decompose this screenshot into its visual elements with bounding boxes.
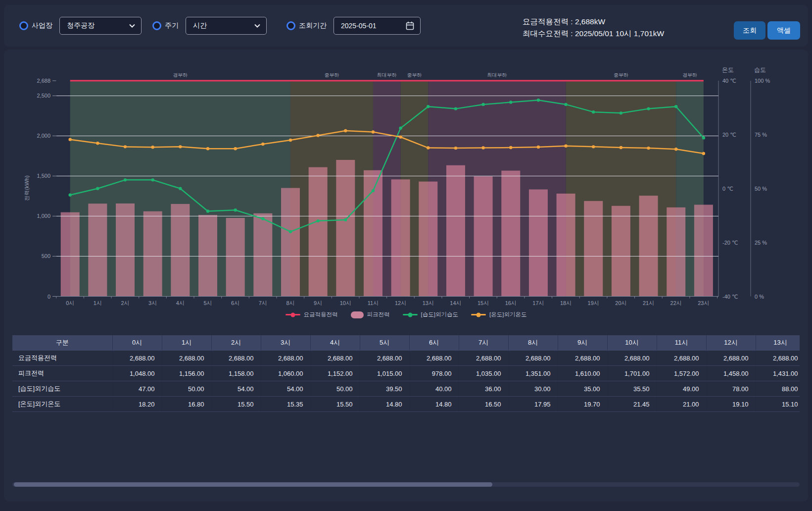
y-axis-tick-label: 1,500 <box>37 173 50 179</box>
table-cell-value: 1,610.00 <box>558 366 607 381</box>
site-select[interactable]: 청주공장 <box>59 17 142 35</box>
scrollbar-thumb[interactable] <box>14 482 492 487</box>
peak-power-bar <box>88 204 107 296</box>
temperature-point <box>647 147 650 150</box>
humidity-point <box>124 178 127 181</box>
table-cell-value: 15.10 <box>756 397 800 412</box>
tariff-zone-label: 중부하 <box>324 72 339 78</box>
humidity-point <box>206 209 209 212</box>
table-row-label: [온도]외기온도 <box>12 397 112 412</box>
temperature-point <box>509 146 512 149</box>
temperature-point <box>399 136 402 139</box>
humidity-point <box>427 105 430 108</box>
radio-icon <box>287 21 295 30</box>
table-cell-value: 39.50 <box>360 381 409 397</box>
y-axis-tick-label: 2,000 <box>37 133 50 139</box>
peak-power-bar <box>309 167 328 297</box>
tariff-zone-label: 중부하 <box>614 72 628 78</box>
table-cell-value: 18.20 <box>112 397 162 412</box>
table-col-header: 2시 <box>211 335 261 351</box>
temperature-point <box>674 148 677 151</box>
humidity-tick-label: 0 % <box>755 294 764 300</box>
legend-item[interactable]: 피크전력 <box>351 311 390 318</box>
date-input-value: 2025-05-01 <box>341 22 377 30</box>
date-filter-group: 조회기간 2025-05-01 <box>287 5 421 47</box>
x-axis-tick-label: 7시 <box>259 300 267 306</box>
temperature-point <box>234 147 237 150</box>
legend-item[interactable]: 요금적용전력 <box>286 311 338 318</box>
chevron-down-icon <box>254 24 260 28</box>
table-cell-value: 16.80 <box>162 397 211 412</box>
temperature-point <box>537 146 540 149</box>
humidity-point <box>179 187 182 190</box>
table-cell-value: 2,688.00 <box>706 351 756 366</box>
table-cell-value: 50.00 <box>162 381 211 397</box>
temperature-point <box>372 130 375 133</box>
site-filter-group: 사업장 청주공장 <box>19 5 142 47</box>
period-select[interactable]: 시간 <box>186 17 267 35</box>
humidity-point <box>289 230 292 233</box>
table-col-header: 9시 <box>558 335 607 351</box>
table-cell-value: 2,688.00 <box>112 351 162 366</box>
table-cell-value: 2,688.00 <box>657 351 706 366</box>
table-cell-value: 49.00 <box>657 381 706 397</box>
table-cell-value: 40.00 <box>409 381 459 397</box>
table-cell-value: 15.50 <box>310 397 360 412</box>
y-axis-tick-label: 2,688 <box>37 78 50 84</box>
legend-dot <box>408 312 412 317</box>
table-row-label: 피크전력 <box>12 366 112 381</box>
table-cell-value: 2,688.00 <box>459 351 508 366</box>
legend-item[interactable]: [습도]외기습도 <box>403 311 458 318</box>
table-cell-value: 2,688.00 <box>607 351 657 366</box>
chart-and-table-panel: 경부하중부하최대부하중부하최대부하중부하경부하2,6882,5002,0001,… <box>4 50 808 502</box>
temperature-point <box>620 146 622 149</box>
x-axis-tick-label: 0시 <box>66 300 74 306</box>
table-cell-value: 88.00 <box>756 381 800 397</box>
table-cell-value: 1,572.00 <box>657 366 706 381</box>
table-cell-value: 2,688.00 <box>756 351 800 366</box>
temperature-point <box>344 129 347 132</box>
y-axis-tick-label: 0 <box>48 294 50 300</box>
peak-power-bar <box>116 204 135 297</box>
period-filter-label: 주기 <box>165 21 179 30</box>
tariff-zone-label: 중부하 <box>407 72 422 78</box>
max-demand-summary: 최대수요전력 : 2025/05/01 10시 1,701kW <box>523 28 664 40</box>
x-axis-tick-label: 13시 <box>423 300 434 306</box>
humidity-point <box>592 110 595 113</box>
radio-icon <box>152 21 161 30</box>
horizontal-scrollbar[interactable] <box>12 482 800 487</box>
calendar-icon[interactable] <box>406 21 414 30</box>
tariff-zone-label: 경부하 <box>173 72 188 78</box>
legend-line-marker <box>286 314 300 315</box>
search-button[interactable]: 조회 <box>734 21 765 40</box>
table-row: [습도]외기습도47.0050.0054.0054.0050.0039.5040… <box>12 381 800 397</box>
date-filter-label: 조회기간 <box>299 21 327 30</box>
x-axis-tick-label: 9시 <box>314 300 322 306</box>
temperature-point <box>592 145 595 148</box>
table-cell-value: 1,048.00 <box>112 366 162 381</box>
humidity-point <box>674 105 677 108</box>
peak-power-bar <box>253 213 272 297</box>
peak-power-bar <box>529 190 548 297</box>
table-cell-value: 35.00 <box>558 381 607 397</box>
table-cell-value: 14.80 <box>360 397 409 412</box>
period-select-value: 시간 <box>193 21 207 30</box>
legend-item[interactable]: [온도]외기온도 <box>471 311 526 318</box>
temperature-point <box>179 145 182 148</box>
date-input[interactable]: 2025-05-01 <box>334 17 421 35</box>
humidity-point <box>344 218 347 221</box>
temperature-tick-label: 20 ℃ <box>722 132 736 138</box>
filter-toolbar: 사업장 청주공장 주기 시간 조회기간 2025-05-01 요금적 <box>4 5 808 47</box>
tariff-zone-label: 최대부하 <box>487 72 507 78</box>
table-cell-value: 21.00 <box>657 397 706 412</box>
humidity-point <box>261 217 264 220</box>
chevron-down-icon <box>129 24 135 28</box>
peak-power-bar <box>612 206 630 297</box>
excel-export-button[interactable]: 액셀 <box>767 21 800 40</box>
table-cell-value: 47.00 <box>112 381 162 397</box>
table-cell-value: 36.00 <box>459 381 508 397</box>
legend-dot <box>477 312 481 317</box>
humidity-point <box>564 103 567 106</box>
table-cell-value: 2,688.00 <box>508 351 558 366</box>
peak-power-bar <box>419 182 437 297</box>
